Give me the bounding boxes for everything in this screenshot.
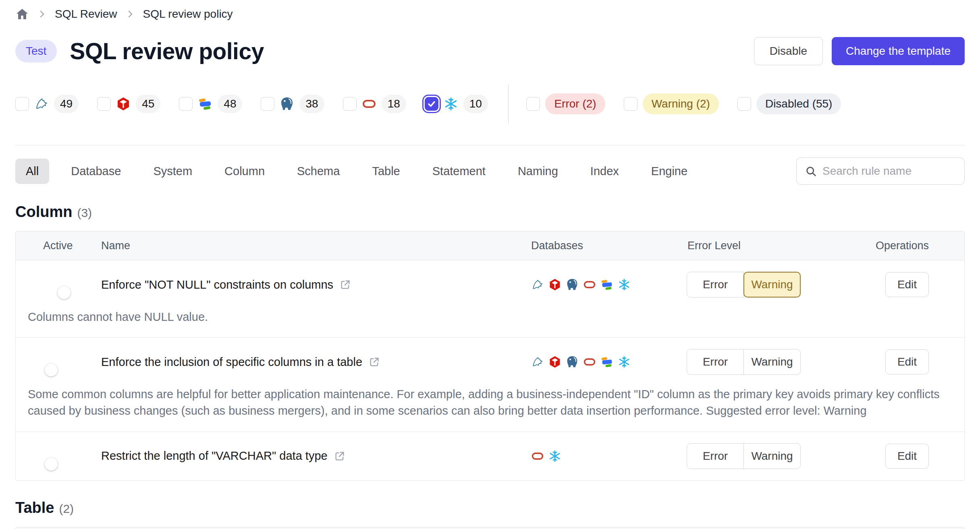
postgresql-icon [566,278,579,291]
edit-button[interactable]: Edit [885,272,929,297]
filter-engine-tidb[interactable]: 45 [97,95,160,113]
page-header: Test SQL review policy Disable Change th… [15,37,965,65]
tab-column[interactable]: Column [214,159,275,184]
oracle-icon [583,278,596,291]
home-icon[interactable] [15,7,29,21]
search-icon [805,165,817,177]
change-template-button[interactable]: Change the template [832,37,965,65]
oceanbase-icon [600,355,613,368]
rule-description: Some common columns are helpful for bett… [16,386,964,431]
filter-level-error[interactable]: Error (2) [526,93,605,114]
error-checkbox[interactable] [526,97,540,111]
search-box[interactable] [796,157,965,185]
tab-schema[interactable]: Schema [287,159,350,184]
filter-engine-mysql[interactable]: 49 [15,95,79,113]
postgresql-checkbox[interactable] [261,97,274,111]
filter-level-disabled[interactable]: Disabled (55) [737,93,841,114]
external-link-icon[interactable] [340,279,351,290]
mysql-checkbox[interactable] [15,97,29,111]
error-level-warning-button[interactable]: Warning [743,443,801,469]
tab-statement[interactable]: Statement [422,159,496,184]
snowflake-icon [444,97,458,111]
header-name: Name [101,240,520,252]
tab-all[interactable]: All [15,159,49,184]
oceanbase-count-badge: 48 [218,95,242,113]
mysql-count-badge: 49 [54,95,79,113]
oceanbase-icon [198,97,212,111]
oracle-checkbox[interactable] [343,97,357,111]
snowflake-checkbox-checked[interactable] [425,97,438,111]
filter-divider [508,85,509,123]
mysql-icon [531,355,544,368]
snowflake-icon [548,450,561,463]
sql-review-policy-page: SQL Review SQL review policy Test SQL re… [0,0,980,529]
tab-engine[interactable]: Engine [641,159,698,184]
filter-engine-oracle[interactable]: 18 [343,95,406,113]
postgresql-icon [566,355,579,368]
error-level-error-button[interactable]: Error [687,272,744,298]
rule-row-not-null: Enforce "NOT NULL" constraints on column… [16,260,964,338]
rule-name-link[interactable]: Enforce the inclusion of specific column… [101,355,520,369]
oracle-icon [583,355,596,368]
filter-engine-oceanbase[interactable]: 48 [179,95,242,113]
error-level-warning-button[interactable]: Warning [743,349,801,375]
edit-button[interactable]: Edit [885,444,929,469]
warning-checkbox[interactable] [624,97,637,111]
breadcrumb: SQL Review SQL review policy [15,0,965,21]
error-count-pill: Error (2) [545,93,605,114]
tidb-checkbox[interactable] [97,97,111,111]
error-level-error-button[interactable]: Error [687,349,744,375]
section-count: (2) [59,502,74,516]
rule-name-link[interactable]: Enforce "NOT NULL" constraints on column… [101,278,520,291]
disabled-checkbox[interactable] [737,97,751,111]
external-link-icon[interactable] [369,356,380,368]
postgresql-count-badge: 38 [299,95,324,113]
oceanbase-checkbox[interactable] [179,97,193,111]
error-level-warning-button-selected[interactable]: Warning [743,272,801,298]
rule-databases [520,450,681,463]
oceanbase-icon [600,278,613,291]
filter-level-warning[interactable]: Warning (2) [624,93,719,114]
section-title-column: Column (3) [15,203,965,221]
tab-naming[interactable]: Naming [507,159,569,184]
tidb-icon [548,278,561,291]
mysql-icon [34,97,49,111]
rule-row-varchar-length: Restrict the length of "VARCHAR" data ty… [16,432,964,480]
header-operations: Operations [851,240,964,252]
tidb-icon [116,97,131,111]
oracle-icon [362,97,376,111]
disable-button[interactable]: Disable [754,37,823,65]
column-rules-table: Active Name Databases Error Level Operat… [15,231,965,481]
tab-index[interactable]: Index [580,159,629,184]
section-title-table: Table (2) [15,499,965,517]
tidb-icon [548,355,561,368]
error-level-error-button[interactable]: Error [687,443,744,469]
tab-table[interactable]: Table [361,159,410,184]
chevron-right-icon [37,9,47,19]
section-count: (3) [77,206,92,220]
warning-count-pill: Warning (2) [643,93,719,114]
rule-row-specific-columns: Enforce the inclusion of specific column… [16,338,964,432]
rule-description: Columns cannot have NULL value. [16,309,964,337]
mysql-icon [531,278,544,291]
divider [15,145,965,145]
oracle-icon [531,450,544,463]
filter-engine-postgresql[interactable]: 38 [261,95,324,113]
external-link-icon[interactable] [334,450,345,462]
breadcrumb-sql-review-policy[interactable]: SQL review policy [143,8,233,21]
tab-database[interactable]: Database [60,159,131,184]
header-databases: Databases [520,240,681,252]
rule-databases [520,278,681,291]
rule-name: Enforce the inclusion of specific column… [101,355,362,369]
filter-engine-snowflake[interactable]: 10 [425,95,488,113]
edit-button[interactable]: Edit [885,349,929,374]
table-header-row: Active Name Databases Error Level Operat… [16,231,964,260]
search-input[interactable] [822,165,956,178]
snowflake-icon [618,278,631,291]
rule-name-link[interactable]: Restrict the length of "VARCHAR" data ty… [101,449,520,463]
tab-system[interactable]: System [143,159,203,184]
postgresql-icon [280,97,294,111]
rule-databases [520,355,681,368]
breadcrumb-sql-review[interactable]: SQL Review [55,8,117,21]
rule-name: Enforce "NOT NULL" constraints on column… [101,278,333,291]
